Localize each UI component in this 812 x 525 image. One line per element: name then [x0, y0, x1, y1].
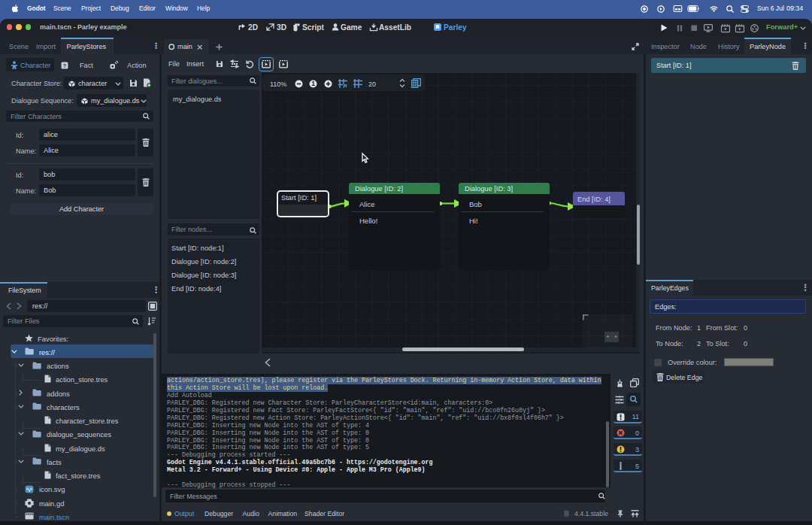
svg-text:?: ? [63, 63, 66, 68]
